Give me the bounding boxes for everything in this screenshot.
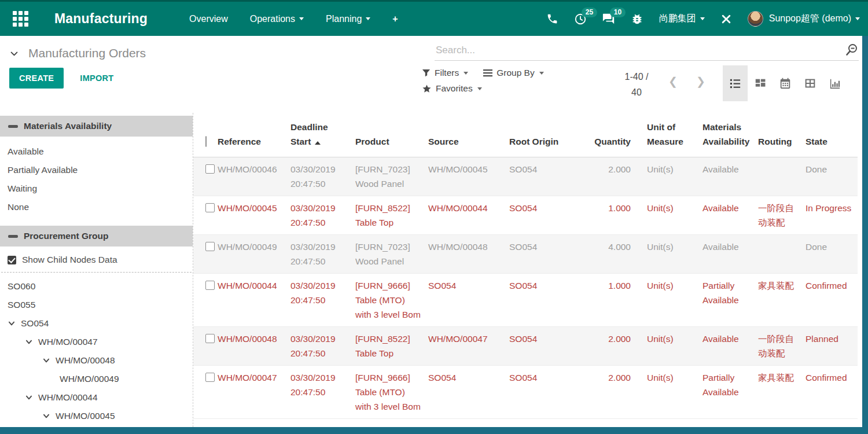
tree-node[interactable]: WH/MO/00048 — [0, 351, 193, 370]
filter-item-available[interactable]: Available — [0, 142, 193, 161]
cell-quantity: 2.000 — [587, 327, 637, 366]
cell-root-origin: SO054 — [509, 196, 587, 235]
cell-root-origin: SO054 — [509, 235, 587, 274]
header-routing[interactable]: Routing — [758, 113, 806, 157]
chevron-down-icon — [855, 17, 860, 20]
filters-dropdown[interactable]: Filters — [422, 68, 468, 78]
header-product[interactable]: Product — [355, 113, 428, 157]
tools-button[interactable] — [720, 13, 732, 25]
table-row[interactable]: WH/MO/0004603/30/2019 20:47:50[FURN_7023… — [193, 157, 858, 196]
phone-button[interactable] — [546, 13, 558, 25]
select-all-checkbox[interactable] — [205, 136, 207, 147]
list-view-icon — [729, 77, 742, 90]
checked-checkbox-icon[interactable] — [8, 256, 16, 264]
header-root-origin[interactable]: Root Origin — [509, 113, 587, 157]
cell-reference: WH/MO/00048 — [218, 327, 290, 366]
filter-item-waiting[interactable]: Waiting — [0, 179, 193, 198]
header-reference[interactable]: Reference — [218, 113, 290, 157]
cell-source: SO054 — [428, 366, 509, 419]
row-checkbox[interactable] — [205, 334, 215, 343]
company-switcher[interactable]: 尚鹏集团 — [659, 13, 705, 25]
sidebar-section-materials-availability[interactable]: Materials Availability — [0, 116, 193, 137]
horizontal-scrollbar[interactable] — [0, 427, 868, 434]
row-checkbox[interactable] — [205, 164, 215, 174]
add-menu-button[interactable]: + — [392, 14, 398, 24]
pivot-view-button[interactable] — [797, 65, 822, 101]
cell-uom: Unit(s) — [637, 274, 694, 327]
menu-operations[interactable]: Operations — [250, 14, 304, 24]
phone-icon — [546, 13, 558, 25]
messages-button[interactable]: 10 — [602, 13, 615, 25]
filter-item-none[interactable]: None — [0, 198, 193, 216]
header-quantity[interactable]: Quantity — [587, 113, 637, 157]
row-checkbox[interactable] — [205, 373, 215, 382]
row-checkbox-cell — [193, 157, 218, 196]
header-materials-availability[interactable]: Materials Availability — [694, 113, 758, 157]
row-checkbox[interactable] — [205, 203, 215, 212]
breadcrumb[interactable]: Manufacturing Orders — [9, 46, 146, 60]
cell-root-origin: SO054 — [509, 157, 587, 196]
groupby-dropdown[interactable]: Group By — [483, 68, 543, 78]
create-button[interactable]: CREATE — [9, 68, 64, 89]
chevron-down-icon — [9, 49, 19, 58]
tree-node-label: WH/MO/00049 — [60, 370, 119, 388]
user-menu[interactable]: Sunpop超管 (demo) — [769, 13, 860, 25]
import-button[interactable]: IMPORT — [76, 73, 117, 83]
tree-node[interactable]: WH/MO/00044 — [0, 388, 193, 407]
pager-next-icon[interactable]: ❯ — [696, 75, 705, 88]
menu-operations-label: Operations — [250, 14, 295, 24]
kanban-view-button[interactable] — [748, 65, 773, 101]
cell-state: Confirmed — [806, 274, 858, 327]
chevron-down-icon — [42, 412, 50, 420]
top-navbar: Manufacturing Overview Operations Planni… — [0, 0, 868, 36]
table-row[interactable]: WH/MO/0004903/30/2019 20:47:50[FURN_7023… — [193, 235, 858, 274]
favorites-dropdown[interactable]: Favorites — [422, 83, 482, 94]
header-deadline-start[interactable]: Deadline Start — [290, 113, 355, 157]
header-unit-of-measure[interactable]: Unit of Measure — [637, 113, 694, 157]
cell-availability: Available — [694, 327, 758, 366]
graph-view-button[interactable] — [822, 65, 847, 101]
user-avatar[interactable] — [748, 11, 763, 27]
pager-previous-icon[interactable]: ❮ — [668, 75, 678, 88]
debug-button[interactable] — [631, 13, 643, 25]
row-checkbox[interactable] — [205, 281, 215, 290]
vertical-scrollbar[interactable] — [862, 36, 868, 434]
table-row[interactable]: WH/MO/0004403/30/2019 20:47:50[FURN_9666… — [193, 274, 858, 327]
header-state[interactable]: State — [806, 113, 858, 157]
table-row[interactable]: WH/MO/0004703/30/2019 20:47:50[FURN_9666… — [193, 366, 858, 419]
tree-node[interactable]: WH/MO/00047 — [0, 333, 193, 351]
chevron-down-icon — [8, 319, 16, 328]
cell-state: Done — [806, 157, 858, 196]
graph-view-icon — [828, 77, 841, 90]
app-title[interactable]: Manufacturing — [54, 11, 148, 27]
menu-overview[interactable]: Overview — [189, 14, 228, 24]
cell-uom: Unit(s) — [637, 157, 694, 196]
tree-node[interactable]: SO054 — [0, 314, 193, 333]
cell-deadline: 03/30/2019 20:47:50 — [290, 196, 355, 235]
tree-node[interactable]: WH/MO/00045 — [0, 407, 193, 425]
filter-item-partially-available[interactable]: Partially Available — [0, 161, 193, 179]
tree-node-label: SO055 — [8, 296, 35, 314]
header-source[interactable]: Source — [428, 113, 509, 157]
apps-menu-icon[interactable] — [13, 11, 28, 27]
table-row[interactable]: WH/MO/0004503/30/2019 20:47:50[FURN_8522… — [193, 196, 858, 235]
search-input[interactable] — [435, 44, 845, 57]
cell-uom: Unit(s) — [637, 366, 694, 419]
menu-planning[interactable]: Planning — [326, 14, 370, 24]
activities-button[interactable]: 25 — [574, 13, 587, 25]
row-checkbox[interactable] — [205, 242, 215, 251]
table-row[interactable]: WH/MO/0004803/30/2019 20:47:50[FURN_8522… — [193, 327, 858, 366]
cell-deadline: 03/30/2019 20:47:50 — [290, 274, 355, 327]
cell-product: [FURN_9666] Table (MTO) with 3 level Bom — [355, 366, 428, 419]
search-icon[interactable] — [845, 43, 859, 57]
tree-node[interactable]: SO055 — [0, 296, 193, 314]
tree-node[interactable]: WH/MO/00049 — [0, 370, 193, 388]
sidebar-section-procurement-group[interactable]: Procurement Group — [0, 226, 193, 247]
tree-node[interactable]: SO060 — [0, 277, 193, 296]
list-view-button[interactable] — [723, 65, 748, 101]
cell-reference: WH/MO/00046 — [218, 157, 290, 196]
show-child-nodes-toggle[interactable]: Show Child Nodes Data — [0, 251, 193, 272]
pager: 1-40 / 40 — [614, 69, 659, 100]
chevron-down-icon — [464, 72, 468, 75]
calendar-view-button[interactable] — [773, 65, 797, 101]
